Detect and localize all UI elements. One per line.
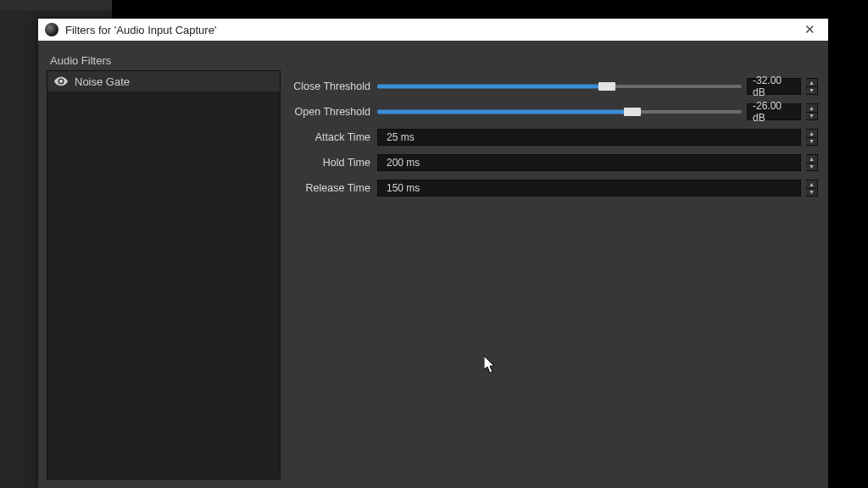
spinner-down-icon[interactable]: ▼: [806, 164, 817, 171]
row-release-time: Release Time 150 ms ▲ ▼: [292, 175, 818, 201]
spinner-hold-time[interactable]: ▲ ▼: [806, 154, 818, 171]
label-hold-time: Hold Time: [292, 157, 372, 169]
spinner-down-icon[interactable]: ▼: [806, 87, 817, 95]
spinner-down-icon[interactable]: ▼: [806, 189, 817, 197]
slider-thumb[interactable]: [624, 108, 641, 116]
slider-fill: [377, 85, 607, 89]
value-hold-time[interactable]: 200 ms: [377, 154, 801, 171]
spinner-release-time[interactable]: ▲ ▼: [806, 180, 818, 197]
spinner-close-threshold[interactable]: ▲ ▼: [806, 78, 818, 95]
obs-app-icon: [45, 23, 58, 36]
dialog-titlebar[interactable]: Filters for 'Audio Input Capture' ✕: [38, 19, 828, 41]
spinner-up-icon[interactable]: ▲: [806, 155, 817, 164]
slider-open-threshold[interactable]: [377, 106, 742, 118]
row-close-threshold: Close Threshold -32.00 dB ▲ ▼: [292, 74, 818, 99]
slider-close-threshold[interactable]: [377, 80, 742, 92]
slider-thumb[interactable]: [598, 82, 615, 91]
visibility-eye-icon[interactable]: [54, 75, 68, 88]
label-release-time: Release Time: [292, 182, 372, 194]
value-open-threshold[interactable]: -26.00 dB: [747, 103, 801, 120]
slider-fill: [377, 110, 632, 114]
filter-item-label: Noise Gate: [75, 75, 130, 88]
app-chrome-top: [0, 0, 112, 10]
label-attack-time: Attack Time: [292, 131, 372, 143]
row-open-threshold: Open Threshold -26.00 dB ▲ ▼: [292, 99, 818, 125]
value-release-time[interactable]: 150 ms: [377, 180, 801, 197]
content-row: Noise Gate Close Threshold -32.00 dB ▲ ▼: [47, 70, 820, 480]
close-button[interactable]: ✕: [798, 21, 821, 38]
spinner-up-icon[interactable]: ▲: [806, 104, 817, 113]
value-close-threshold[interactable]: -32.00 dB: [747, 78, 801, 95]
filters-dialog: Filters for 'Audio Input Capture' ✕ Audi…: [38, 19, 828, 488]
spinner-up-icon[interactable]: ▲: [806, 180, 817, 189]
close-icon: ✕: [804, 22, 815, 37]
dialog-body: Audio Filters Noise Gate Close Threshold: [38, 41, 828, 488]
value-attack-time[interactable]: 25 ms: [377, 129, 801, 146]
spinner-attack-time[interactable]: ▲ ▼: [806, 129, 818, 146]
dialog-title: Filters for 'Audio Input Capture': [65, 24, 791, 36]
spinner-up-icon[interactable]: ▲: [806, 130, 817, 138]
label-open-threshold: Open Threshold: [292, 106, 372, 118]
spinner-open-threshold[interactable]: ▲ ▼: [806, 103, 818, 120]
spinner-up-icon[interactable]: ▲: [806, 79, 817, 87]
spinner-down-icon[interactable]: ▼: [806, 138, 817, 146]
row-hold-time: Hold Time 200 ms ▲ ▼: [292, 150, 818, 175]
properties-pane: Close Threshold -32.00 dB ▲ ▼ Open Thres…: [281, 70, 820, 480]
audio-filters-heading: Audio Filters: [50, 54, 820, 67]
label-close-threshold: Close Threshold: [292, 80, 372, 92]
row-attack-time: Attack Time 25 ms ▲ ▼: [292, 125, 818, 150]
filter-list[interactable]: Noise Gate: [47, 70, 281, 480]
filter-item-noise-gate[interactable]: Noise Gate: [47, 71, 280, 92]
spinner-down-icon[interactable]: ▼: [806, 113, 817, 120]
